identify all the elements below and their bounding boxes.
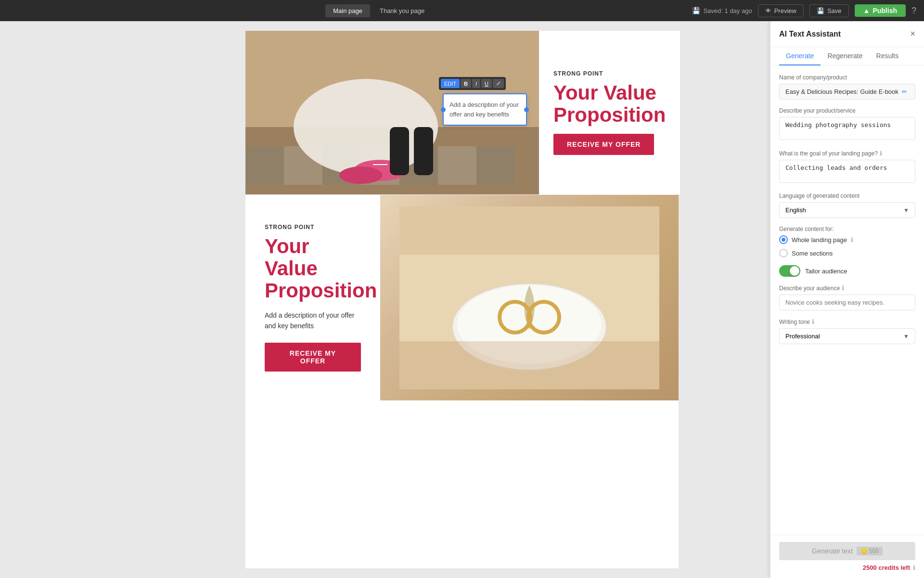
language-label: Language of generated content [779,193,915,199]
radio-some-sections[interactable]: Some sections [779,249,915,257]
publish-button[interactable]: ▲ Publish [855,4,906,17]
svg-rect-7 [438,146,476,185]
svg-rect-13 [414,127,433,175]
publish-icon: ▲ [863,7,870,14]
generate-for-field: Generate content for: Whole landing page… [779,226,915,257]
svg-rect-21 [399,341,659,389]
preview-icon: 👁 [765,7,771,14]
toggle-thumb [790,266,799,276]
company-value: Easy & Delicious Recipes: Guide E-book ✏ [779,84,915,100]
help-button[interactable]: ? [911,6,916,16]
whole-info-icon[interactable]: ℹ [851,236,853,244]
topbar: Main page Thank you page 💾 Saved: 1 day … [0,0,924,21]
language-dropdown-wrap: English ▼ [779,202,915,218]
italic-btn[interactable]: I [472,79,480,88]
tailor-toggle[interactable] [779,265,800,277]
generate-text-button[interactable]: Generate text 🪙 500 [779,542,915,560]
radio-whole-circle [779,235,788,244]
value-prop-title-2: Your ValueProposition [265,235,361,302]
goal-field: What is the goal of your landing page? ℹ… [779,150,915,185]
svg-rect-20 [399,206,659,255]
svg-rect-2 [245,146,284,185]
tone-dropdown[interactable]: Professional ▼ [779,328,915,344]
svg-rect-14 [390,127,409,175]
audience-label: Describe your audience ℹ [779,284,915,292]
goal-info-icon[interactable]: ℹ [880,150,882,157]
audience-field: Describe your audience ℹ [779,284,915,310]
tab-thank-you-page[interactable]: Thank you page [372,4,432,17]
canvas-page: STRONG POINT Your ValueProposition EDIT … [245,31,679,568]
hero-right: STRONG POINT Your ValueProposition EDIT … [539,31,680,194]
company-field: Name of company/product Easy & Delicious… [779,74,915,100]
radio-some-label: Some sections [792,250,833,257]
svg-rect-8 [476,146,515,185]
product-label: Describe your product/service [779,107,915,114]
language-dropdown[interactable]: English ▼ [779,202,915,218]
close-panel-button[interactable]: × [910,29,915,39]
edit-box-text: Add a description of your offer and key … [449,100,520,119]
underline-btn[interactable]: U [481,79,492,88]
save-icon: 💾 [817,7,824,14]
strong-point-label-2: STRONG POINT [265,224,361,231]
tab-results[interactable]: Results [870,47,906,65]
main-layout: STRONG POINT Your ValueProposition EDIT … [0,21,924,578]
value-prop-title-1: Your ValueProposition [553,82,666,126]
bold-btn[interactable]: B [461,79,471,88]
tab-regenerate[interactable]: Regenerate [821,47,869,65]
tailor-label: Tailor audience [805,268,847,275]
credits-badge: 🪙 500 [857,547,883,555]
ai-panel: AI Text Assistant × Generate Regenerate … [770,21,924,578]
product-field: Describe your product/service Wedding ph… [779,107,915,142]
tailor-toggle-row: Tailor audience [779,265,915,277]
audience-info-icon[interactable]: ℹ [842,284,844,292]
link-btn[interactable]: ⤢ [493,79,504,88]
ring-photo [380,195,679,400]
saved-status: 💾 Saved: 1 day ago [692,7,752,14]
tailor-field: Tailor audience [779,265,915,277]
radio-whole-landing[interactable]: Whole landing page ℹ [779,235,915,244]
language-field: Language of generated content English ▼ [779,193,915,218]
language-value: English [785,206,806,214]
tone-label: Writing tone ℹ [779,318,915,325]
tab-main-page[interactable]: Main page [325,4,370,17]
ai-panel-title: AI Text Assistant [779,30,841,39]
ai-panel-header: AI Text Assistant × [770,21,924,47]
topbar-actions: 💾 Saved: 1 day ago 👁 Preview 💾 Save ▲ Pu… [692,4,916,17]
cta-button-2[interactable]: RECEIVE MY OFFER [265,343,361,372]
tone-chevron-icon: ▼ [903,333,909,340]
product-input[interactable]: Wedding photography sessions [779,117,915,140]
edit-toolbar: EDIT B I U ⤢ [439,77,506,90]
ai-panel-body: Name of company/product Easy & Delicious… [770,65,924,535]
save-button[interactable]: 💾 Save [809,4,849,17]
cta-button-1[interactable]: RECEIVE MY OFFER [553,134,654,155]
edit-text-box[interactable]: EDIT B I U ⤢ Add a description of your o… [443,93,527,126]
goal-input[interactable]: Collecting leads and orders [779,160,915,183]
generate-for-options: Whole landing page ℹ Some sections [779,235,915,257]
radio-whole-label: Whole landing page ℹ [792,236,853,244]
credits-info-icon[interactable]: ℹ [913,564,915,571]
ring-image-svg [399,206,659,389]
section-hero: STRONG POINT Your ValueProposition EDIT … [245,31,679,194]
page-tabs: Main page Thank you page [325,4,432,17]
edit-company-icon[interactable]: ✏ [902,88,907,95]
goal-label: What is the goal of your landing page? ℹ [779,150,915,157]
ai-panel-footer: Generate text 🪙 500 2500 credits left ℹ [770,535,924,578]
svg-point-11 [339,167,383,184]
tone-info-icon[interactable]: ℹ [812,318,814,325]
tab-generate[interactable]: Generate [779,47,821,65]
value-prop-desc-2: Add a description of your offer and key … [265,310,361,332]
radio-some-circle [779,249,788,257]
section-two: STRONG POINT Your ValueProposition Add a… [245,194,679,400]
edit-btn[interactable]: EDIT [441,79,460,88]
strong-point-label-1: STRONG POINT [553,70,666,77]
preview-button[interactable]: 👁 Preview [758,4,804,17]
section-two-image [380,195,679,400]
credits-row: 2500 credits left ℹ [779,564,915,571]
chevron-down-icon: ▼ [903,207,909,214]
credit-icon: 🪙 [860,548,868,554]
generate-for-label: Generate content for: [779,226,915,232]
ai-panel-tabs: Generate Regenerate Results [770,47,924,65]
tone-field: Writing tone ℹ Professional ▼ [779,318,915,344]
audience-input[interactable] [779,295,915,310]
tone-value: Professional [785,333,820,340]
